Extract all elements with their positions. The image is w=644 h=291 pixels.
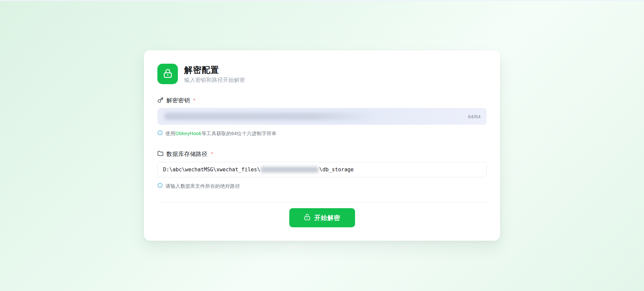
- header-text: 解密配置 输入密钥和路径开始解密: [184, 64, 245, 84]
- decrypt-config-card: 解密配置 输入密钥和路径开始解密 解密密钥 * 64/64: [144, 50, 500, 241]
- key-field-section: 解密密钥 * 64/64 使用DbkeyHook等工具获取的64位十六进制字符串: [157, 97, 487, 137]
- path-field-section: 数据库存储路径 * D:\abc\wechatMSG\xwechat_files…: [157, 150, 487, 189]
- key-redacted-value: [164, 113, 376, 120]
- card-header: 解密配置 输入密钥和路径开始解密: [157, 64, 487, 84]
- lock-badge: [157, 64, 178, 84]
- key-length-counter: 64/64: [468, 114, 481, 119]
- unlock-icon: [304, 214, 311, 222]
- path-help-text: 请输入数据库文件所在的绝对路径: [165, 183, 240, 189]
- path-redacted-segment: [261, 167, 318, 173]
- path-help-row: 请输入数据库文件所在的绝对路径: [157, 183, 487, 189]
- path-required-asterisk: *: [211, 151, 213, 157]
- lock-icon: [163, 68, 173, 80]
- path-input[interactable]: D:\abc\wechatMSG\xwechat_files\\db_stora…: [157, 162, 487, 177]
- folder-icon: [157, 151, 163, 158]
- path-field-label: 数据库存储路径: [166, 150, 208, 158]
- key-help-row: 使用DbkeyHook等工具获取的64位十六进制字符串: [157, 130, 487, 137]
- info-icon: [157, 130, 163, 137]
- path-value-suffix: \db_storage: [319, 167, 354, 173]
- dbkeyhook-link[interactable]: DbkeyHook: [176, 131, 202, 136]
- decrypt-button[interactable]: 开始解密: [289, 208, 355, 227]
- page-subtitle: 输入密钥和路径开始解密: [184, 77, 245, 84]
- path-value-prefix: D:\abc\wechatMSG\xwechat_files\: [163, 167, 260, 173]
- decrypt-button-label: 开始解密: [314, 214, 341, 222]
- key-help-suffix: 等工具获取的64位十六进制字符串: [201, 131, 277, 136]
- key-help-prefix: 使用: [165, 131, 176, 136]
- info-icon: [157, 183, 163, 189]
- key-icon: [157, 97, 163, 104]
- key-field-label: 解密密钥: [166, 97, 190, 104]
- page-title: 解密配置: [184, 65, 245, 75]
- path-field-label-row: 数据库存储路径 *: [157, 150, 487, 158]
- button-row: 开始解密: [157, 208, 487, 227]
- window-top-edge: [0, 0, 644, 1]
- key-field-label-row: 解密密钥 *: [157, 97, 487, 104]
- key-required-asterisk: *: [193, 97, 195, 103]
- key-input[interactable]: 64/64: [157, 108, 487, 125]
- key-help-text: 使用DbkeyHook等工具获取的64位十六进制字符串: [165, 130, 277, 137]
- divider: [157, 202, 487, 202]
